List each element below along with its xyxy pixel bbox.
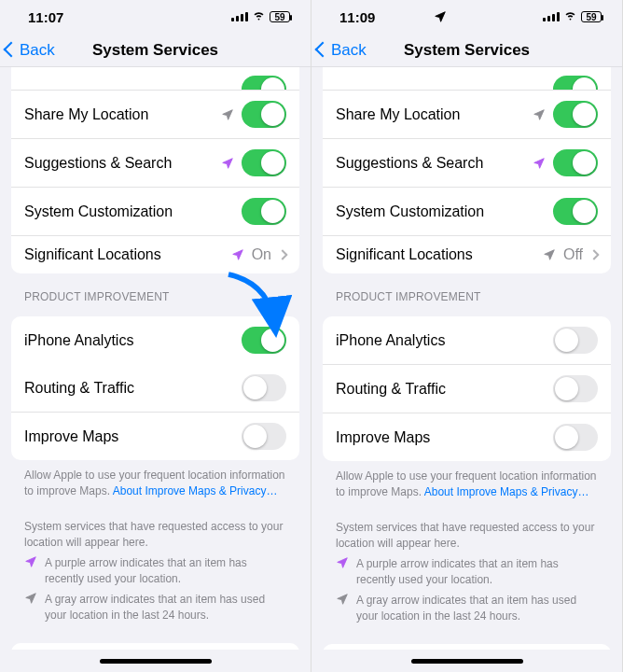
improve-maps-link[interactable]: About Improve Maps & Privacy… — [424, 485, 589, 498]
location-arrow-icon — [231, 248, 244, 261]
improve-maps-footer: Allow Apple to use your frequent locatio… — [11, 460, 299, 498]
back-button[interactable]: Back — [0, 41, 55, 60]
toggle-switch[interactable] — [242, 423, 286, 450]
cell-signal-icon — [543, 12, 560, 21]
improve-maps-footer: Allow Apple to use your frequent locatio… — [323, 461, 611, 499]
toggle-switch[interactable] — [242, 101, 286, 128]
row-value: Off — [563, 246, 583, 263]
row-label: System Customization — [336, 203, 553, 220]
legend: System services that have requested acce… — [11, 498, 299, 623]
content: Share My Location Suggestions & Search S… — [0, 67, 311, 650]
legend-row-gray: A gray arrow indicates that an item has … — [24, 592, 286, 623]
location-arrow-icon — [221, 157, 234, 170]
toggle-switch[interactable] — [553, 424, 598, 451]
back-button[interactable]: Back — [312, 41, 367, 60]
row-label: iPhone Analytics — [24, 332, 242, 349]
settings-row[interactable]: Routing & Traffic — [323, 364, 611, 413]
toggle-switch[interactable] — [242, 374, 286, 401]
status-location-icon — [434, 10, 447, 23]
legend-row-gray: A gray arrow indicates that an item has … — [336, 593, 598, 623]
row-label: Improve Maps — [336, 429, 553, 446]
system-services-group: Share My Location Suggestions & Search S… — [323, 67, 611, 273]
toggle-switch[interactable] — [242, 76, 286, 90]
chevron-left-icon — [317, 41, 331, 60]
statusbar: 11:09 59 — [312, 0, 622, 34]
battery-icon: 59 — [581, 11, 602, 22]
settings-row[interactable]: Status Bar Icon — [11, 643, 299, 650]
toggle-switch[interactable] — [553, 198, 598, 225]
row-label: Improve Maps — [24, 428, 242, 445]
location-arrow-icon — [24, 555, 37, 568]
settings-row[interactable]: Suggestions & Search — [323, 138, 611, 187]
toggle-switch[interactable] — [553, 149, 598, 176]
location-arrow-icon — [221, 108, 234, 121]
wifi-icon — [563, 8, 577, 25]
settings-row[interactable]: Significant LocationsOn — [11, 235, 299, 273]
navbar: Back System Services — [0, 34, 311, 67]
settings-row[interactable]: Status Bar Icon — [323, 644, 611, 650]
settings-row-clipped[interactable] — [323, 67, 611, 90]
row-label: Significant Locations — [24, 246, 231, 263]
content: Share My Location Suggestions & Search S… — [312, 67, 622, 650]
navbar: Back System Services — [312, 34, 622, 67]
location-arrow-icon — [336, 593, 349, 606]
system-services-group: Share My Location Suggestions & Search S… — [11, 67, 299, 273]
back-label: Back — [331, 41, 367, 60]
row-label: System Customization — [24, 203, 242, 220]
cell-signal-icon — [231, 12, 248, 21]
improve-maps-link[interactable]: About Improve Maps & Privacy… — [113, 484, 278, 497]
product-improvement-group: iPhone Analytics Routing & TrafficImprov… — [11, 316, 299, 460]
settings-row[interactable]: System Customization — [11, 187, 299, 235]
toggle-switch[interactable] — [242, 198, 286, 225]
status-bar-icon-group: Status Bar Icon — [323, 644, 611, 650]
row-label: Suggestions & Search — [336, 155, 533, 172]
status-time: 11:07 — [28, 9, 63, 25]
legend-row-purple: A purple arrow indicates that an item ha… — [24, 555, 286, 586]
row-label: Share My Location — [24, 106, 221, 123]
location-arrow-icon — [533, 108, 546, 121]
settings-row[interactable]: Improve Maps — [11, 412, 299, 460]
toggle-switch[interactable] — [553, 101, 598, 128]
chevron-right-icon — [277, 249, 287, 259]
settings-row-clipped[interactable] — [11, 67, 299, 90]
statusbar: 11:07 59 — [0, 0, 311, 34]
settings-row[interactable]: Suggestions & Search — [11, 138, 299, 187]
row-label: Significant Locations — [336, 246, 543, 263]
toggle-switch[interactable] — [242, 149, 286, 176]
legend: System services that have requested acce… — [323, 499, 611, 623]
toggle-switch[interactable] — [553, 327, 598, 354]
settings-row[interactable]: Share My Location — [323, 90, 611, 138]
toggle-switch[interactable] — [242, 327, 286, 354]
chevron-left-icon — [6, 41, 20, 60]
settings-row[interactable]: iPhone Analytics — [323, 316, 611, 364]
product-improvement-group: iPhone AnalyticsRouting & TrafficImprove… — [323, 316, 611, 461]
legend-intro: System services that have requested acce… — [24, 519, 286, 550]
section-header-product: PRODUCT IMPROVEMENT — [323, 273, 611, 309]
location-arrow-icon — [533, 157, 546, 170]
row-label: Suggestions & Search — [24, 155, 221, 172]
back-label: Back — [20, 41, 55, 60]
settings-row[interactable]: Routing & Traffic — [11, 364, 299, 412]
section-header-product: PRODUCT IMPROVEMENT — [11, 273, 299, 309]
row-label: Share My Location — [336, 106, 533, 123]
row-label: iPhone Analytics — [336, 332, 553, 349]
toggle-switch[interactable] — [553, 76, 598, 90]
home-indicator — [0, 650, 311, 672]
settings-row[interactable]: Share My Location — [11, 90, 299, 138]
row-label: Routing & Traffic — [336, 381, 553, 398]
legend-intro: System services that have requested acce… — [336, 520, 598, 551]
status-bar-icon-group: Status Bar Icon — [11, 643, 299, 650]
status-time: 11:09 — [339, 9, 375, 25]
row-value: On — [252, 246, 271, 263]
settings-row[interactable]: System Customization — [323, 187, 611, 235]
settings-row[interactable]: iPhone Analytics — [11, 316, 299, 364]
toggle-switch[interactable] — [553, 375, 598, 402]
location-arrow-icon — [543, 248, 556, 261]
location-arrow-icon — [24, 592, 37, 605]
battery-icon: 59 — [270, 11, 290, 22]
row-label: Routing & Traffic — [24, 380, 242, 397]
chevron-right-icon — [588, 249, 599, 259]
settings-row[interactable]: Improve Maps — [323, 413, 611, 461]
location-arrow-icon — [336, 556, 349, 569]
settings-row[interactable]: Significant LocationsOff — [323, 235, 611, 273]
